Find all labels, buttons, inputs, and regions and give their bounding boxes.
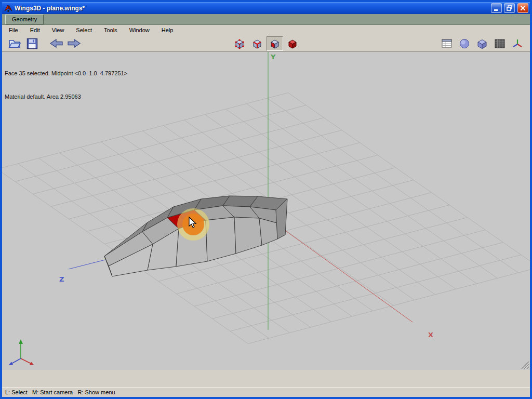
info-line-1: Face 35 selected. Midpoint <0.0 1.0 4.79… (5, 70, 127, 77)
z-axis-label: Z (59, 275, 64, 283)
vertex-mode-icon (234, 37, 245, 50)
face-mode-icon (269, 37, 281, 50)
back-button[interactable] (48, 36, 64, 51)
menu-item-window[interactable]: Window (125, 25, 154, 35)
edge-mode-button[interactable] (249, 36, 265, 51)
axes-icon (512, 38, 523, 49)
back-arrow-icon (49, 38, 63, 48)
y-axis-label: Y (270, 53, 276, 61)
smooth-shading-icon (459, 38, 470, 49)
vertex-mode-button[interactable] (231, 36, 248, 51)
menu-item-view[interactable]: View (47, 25, 69, 35)
restore-icon (506, 5, 513, 11)
tab-geometry[interactable]: Geometry (5, 15, 44, 24)
forward-button[interactable] (65, 36, 82, 51)
info-readout: Face 35 selected. Midpoint <0.0 1.0 4.79… (5, 54, 127, 116)
menu-item-file[interactable]: File (4, 25, 23, 35)
menu-item-edit[interactable]: Edit (25, 25, 45, 35)
menu-item-help[interactable]: Help (157, 25, 178, 35)
forward-arrow-icon (67, 38, 81, 48)
model-face[interactable] (206, 217, 236, 261)
minimize-button[interactable] (491, 3, 502, 13)
toolbar (2, 35, 530, 52)
close-icon (520, 5, 526, 11)
open-icon (8, 38, 21, 49)
body-mode-button[interactable] (284, 36, 301, 51)
menu-item-tools[interactable]: Tools (99, 25, 122, 35)
save-icon (26, 38, 38, 49)
titlebar[interactable]: Wings3D - plane.wings* (2, 2, 530, 14)
ground-plane-button[interactable] (491, 36, 508, 51)
axes-button[interactable] (509, 36, 526, 51)
app-icon (4, 4, 12, 12)
mini-axes (9, 339, 34, 365)
flat-shading-icon (476, 38, 488, 49)
toolbar-file-group (6, 36, 82, 51)
outliner-button[interactable] (438, 36, 455, 51)
save-button[interactable] (24, 36, 41, 51)
minimize-icon (493, 5, 500, 11)
x-axis-label: X (428, 331, 433, 339)
toolbar-view-group (438, 36, 526, 51)
flat-shading-button[interactable] (474, 36, 490, 51)
face-mode-button[interactable] (267, 36, 283, 51)
resize-grip[interactable] (522, 362, 529, 369)
outliner-icon (441, 38, 453, 49)
menubar: File Edit View Select Tools Window Help (2, 25, 530, 35)
window-title: Wings3D - plane.wings* (15, 5, 489, 12)
window-background-gap (2, 370, 530, 387)
viewport[interactable]: Face 35 selected. Midpoint <0.0 1.0 4.79… (2, 52, 530, 370)
open-button[interactable] (6, 36, 23, 51)
model-face[interactable] (234, 217, 262, 254)
info-line-2: Material default. Area 2.95063 (5, 93, 127, 101)
toolbar-selection-group (231, 36, 301, 51)
status-bar: L: Select M: Start camera R: Show menu (2, 387, 530, 397)
ground-plane-icon (494, 38, 506, 49)
wings3d-window: Wings3D - plane.wings* Geometry File Edi… (0, 0, 532, 399)
menu-item-select[interactable]: Select (71, 25, 97, 35)
smooth-shading-button[interactable] (456, 36, 473, 51)
edge-mode-icon (251, 37, 263, 50)
geometry-bar: Geometry (2, 14, 530, 25)
restore-button[interactable] (504, 3, 515, 13)
body-mode-icon (287, 37, 298, 50)
close-button[interactable] (517, 3, 528, 13)
status-text: L: Select M: Start camera R: Show menu (5, 389, 115, 395)
